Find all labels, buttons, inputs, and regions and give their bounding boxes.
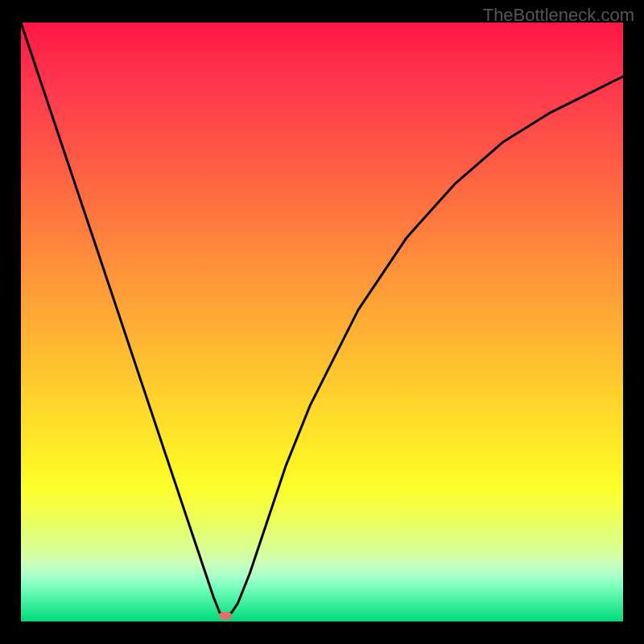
watermark-text: TheBottleneck.com [483,5,634,26]
bottleneck-curve [21,23,623,616]
chart-plot-area [21,23,623,621]
chart-curve-svg [21,23,623,621]
optimal-point-marker [219,612,232,620]
